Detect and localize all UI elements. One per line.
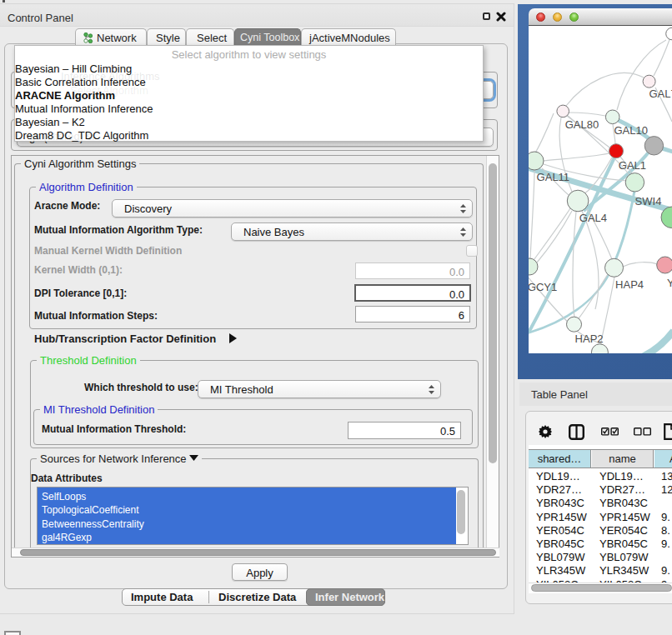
svg-text:HAP4: HAP4 [615,278,644,291]
svg-text:GAL4: GAL4 [579,212,607,224]
svg-text:GCY1: GCY1 [529,281,557,293]
svg-text:GAL7: GAL7 [649,88,672,100]
svg-text:GAL11: GAL11 [537,171,570,183]
svg-text:HAP2: HAP2 [575,332,604,345]
svg-text:GAL10: GAL10 [614,124,647,137]
svg-text:GAL1: GAL1 [619,159,646,172]
svg-text:Y: Y [667,277,672,289]
svg-text:SWI4: SWI4 [635,195,662,208]
svg-text:GAL80: GAL80 [565,118,599,131]
